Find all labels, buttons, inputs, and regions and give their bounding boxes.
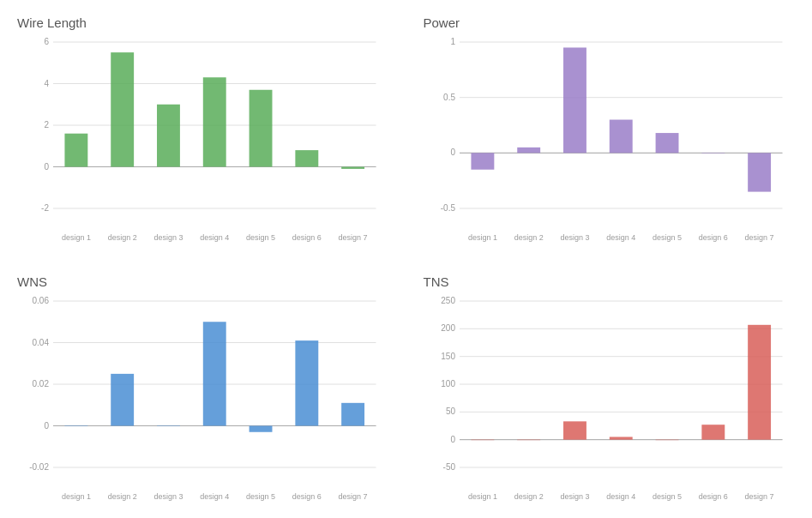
svg-text:0: 0 <box>450 435 455 444</box>
svg-text:design 1: design 1 <box>467 492 496 501</box>
svg-text:0.02: 0.02 <box>33 379 50 388</box>
svg-text:design 1: design 1 <box>62 233 91 242</box>
svg-rect-100 <box>748 325 771 440</box>
tns-svg: -50050100150200250design 1design 2design… <box>424 294 796 503</box>
svg-text:design 2: design 2 <box>514 492 543 501</box>
svg-rect-61 <box>111 374 134 426</box>
power-title: Power <box>424 15 796 30</box>
svg-rect-46 <box>748 153 771 191</box>
svg-rect-69 <box>295 340 318 425</box>
svg-rect-34 <box>471 153 494 169</box>
svg-text:1: 1 <box>450 37 455 46</box>
wire-length-svg: -20246design 1design 2design 3design 4de… <box>17 35 389 244</box>
svg-text:0.5: 0.5 <box>443 93 455 102</box>
svg-text:design 3: design 3 <box>153 492 183 501</box>
wns-svg: -0.0200.020.040.06design 1design 2design… <box>17 294 389 503</box>
tns-title: TNS <box>424 274 796 289</box>
svg-rect-42 <box>655 133 678 153</box>
svg-rect-19 <box>250 90 273 167</box>
svg-rect-11 <box>64 134 87 167</box>
svg-text:design 5: design 5 <box>653 233 682 242</box>
wire-length-area: -20246design 1design 2design 3design 4de… <box>17 35 389 244</box>
svg-rect-63 <box>157 426 180 427</box>
svg-text:design 4: design 4 <box>606 492 635 501</box>
svg-text:0.06: 0.06 <box>33 296 50 305</box>
svg-text:design 4: design 4 <box>606 233 635 242</box>
svg-text:design 5: design 5 <box>246 233 275 242</box>
svg-text:0: 0 <box>44 162 49 172</box>
wire-length-chart: Wire Length -20246design 1design 2design… <box>0 0 406 259</box>
svg-text:design 7: design 7 <box>339 233 368 242</box>
svg-rect-65 <box>203 322 226 425</box>
svg-text:-50: -50 <box>442 462 455 472</box>
svg-text:200: 200 <box>441 323 455 333</box>
svg-text:0: 0 <box>450 148 455 157</box>
svg-text:-0.02: -0.02 <box>29 462 49 472</box>
power-svg: -0.500.51design 1design 2design 3design … <box>424 35 796 244</box>
tns-area: -50050100150200250design 1design 2design… <box>424 294 796 503</box>
svg-text:design 7: design 7 <box>744 492 773 501</box>
svg-text:design 6: design 6 <box>698 233 727 242</box>
svg-text:design 2: design 2 <box>514 233 543 242</box>
svg-text:design 5: design 5 <box>653 492 682 501</box>
svg-text:design 3: design 3 <box>560 492 589 501</box>
wns-chart: WNS -0.0200.020.040.06design 1design 2de… <box>0 259 406 518</box>
svg-rect-40 <box>609 120 632 154</box>
svg-text:design 3: design 3 <box>560 233 589 242</box>
wns-area: -0.0200.020.040.06design 1design 2design… <box>17 294 389 503</box>
svg-text:-2: -2 <box>41 203 49 213</box>
svg-text:2: 2 <box>44 120 49 130</box>
tns-chart: TNS -50050100150200250design 1design 2de… <box>406 259 813 518</box>
svg-text:design 2: design 2 <box>108 233 137 242</box>
svg-text:design 6: design 6 <box>292 492 322 501</box>
svg-text:design 7: design 7 <box>339 492 368 501</box>
svg-rect-23 <box>341 167 364 169</box>
svg-text:250: 250 <box>441 296 455 305</box>
svg-rect-15 <box>157 105 180 167</box>
svg-text:design 7: design 7 <box>744 233 773 242</box>
svg-text:design 1: design 1 <box>467 233 496 242</box>
svg-text:50: 50 <box>445 407 455 416</box>
svg-text:150: 150 <box>441 352 455 361</box>
svg-text:design 4: design 4 <box>200 233 229 242</box>
svg-rect-92 <box>563 421 586 439</box>
svg-rect-13 <box>111 52 134 166</box>
svg-rect-94 <box>609 437 632 439</box>
svg-text:design 3: design 3 <box>153 233 183 242</box>
power-chart: Power -0.500.51design 1design 2design 3d… <box>406 0 813 259</box>
svg-text:design 2: design 2 <box>108 492 137 501</box>
svg-text:0.04: 0.04 <box>33 338 50 347</box>
svg-text:6: 6 <box>44 37 49 46</box>
svg-text:4: 4 <box>44 79 49 88</box>
svg-text:design 5: design 5 <box>246 492 275 501</box>
svg-rect-17 <box>203 77 226 166</box>
svg-text:-0.5: -0.5 <box>440 203 455 213</box>
svg-rect-88 <box>471 440 494 441</box>
svg-rect-98 <box>701 425 725 439</box>
svg-rect-67 <box>250 426 273 432</box>
svg-rect-38 <box>563 47 586 153</box>
svg-text:design 6: design 6 <box>698 492 727 501</box>
wire-length-title: Wire Length <box>17 15 389 30</box>
svg-text:0: 0 <box>44 421 49 431</box>
svg-text:design 6: design 6 <box>292 233 322 242</box>
dashboard: Wire Length -20246design 1design 2design… <box>0 0 812 518</box>
power-area: -0.500.51design 1design 2design 3design … <box>424 35 796 244</box>
svg-rect-96 <box>655 440 678 441</box>
svg-rect-59 <box>64 426 87 427</box>
svg-rect-44 <box>701 153 725 154</box>
svg-text:100: 100 <box>441 379 455 388</box>
svg-text:design 4: design 4 <box>200 492 229 501</box>
svg-rect-90 <box>517 440 540 441</box>
svg-text:design 1: design 1 <box>62 492 91 501</box>
wns-title: WNS <box>17 274 389 289</box>
svg-rect-36 <box>517 148 540 153</box>
svg-rect-71 <box>341 403 364 426</box>
svg-rect-21 <box>295 150 318 166</box>
